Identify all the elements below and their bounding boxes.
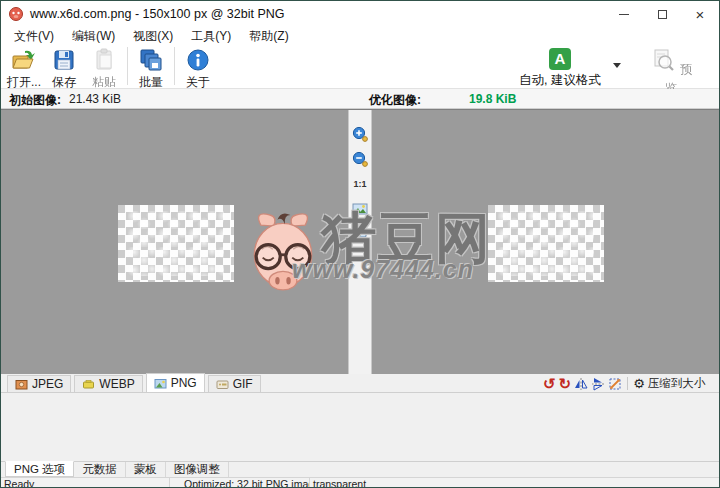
toolbar-separator (174, 47, 175, 85)
title-bar: www.x6d.com.png - 150x100 px @ 32bit PNG… (1, 1, 719, 27)
options-tab-bar: PNG 选项 元数据 蒙板 图像调整 (1, 461, 719, 477)
tab-metadata[interactable]: 元数据 (74, 462, 126, 477)
original-image-size: 21.43 KiB (69, 92, 121, 106)
about-button[interactable]: 关于 (178, 46, 218, 91)
save-floppy-icon (51, 47, 77, 73)
batch-button[interactable]: 批量 (131, 46, 171, 91)
status-transparency: transparent (309, 478, 719, 488)
jpeg-icon (15, 378, 28, 391)
tab-gif[interactable]: GIF (208, 375, 261, 392)
tab-mask[interactable]: 蒙板 (126, 462, 166, 477)
close-button[interactable]: × (681, 1, 719, 27)
menu-bar: 文件(V) 编辑(W) 视图(X) 工具(Y) 帮助(Z) (1, 27, 719, 45)
maximize-button[interactable] (643, 1, 681, 27)
optimized-image-canvas[interactable] (488, 205, 604, 282)
gear-icon: ⚙ (633, 377, 645, 390)
optimized-image-size: 19.8 KiB (469, 92, 516, 106)
zoom-out-icon (352, 151, 368, 167)
menu-help[interactable]: 帮助(Z) (240, 27, 297, 46)
toolbar-separator (127, 47, 128, 85)
minimize-button[interactable] (605, 1, 643, 27)
auto-dropdown-caret-icon[interactable] (613, 63, 621, 68)
fit-screen-button[interactable] (351, 225, 369, 243)
zoom-actual-size-button[interactable]: 1:1 (351, 175, 369, 193)
crop-icon[interactable] (608, 377, 622, 391)
minimize-icon (619, 14, 629, 15)
zoom-in-button[interactable] (351, 125, 369, 143)
maximize-icon (658, 10, 667, 19)
zoom-ratio-label: 1:1 (353, 179, 366, 189)
rotate-right-icon[interactable]: ↻ (559, 376, 572, 391)
window-title: www.x6d.com.png - 150x100 px @ 32bit PNG (30, 7, 284, 21)
preview-area: 1:1 (1, 109, 719, 374)
fit-screen-icon (352, 226, 368, 242)
tab-png-label: PNG (171, 376, 197, 390)
paste-button[interactable]: 粘贴 (84, 46, 124, 91)
zoom-out-button[interactable] (351, 150, 369, 168)
image-info-row: 初始图像: 21.43 KiB 优化图像: 19.8 KiB (1, 89, 719, 109)
status-ready: Ready (1, 478, 169, 488)
fit-image-icon (352, 201, 368, 217)
batch-icon (138, 47, 164, 73)
auto-format-label: 自动, 建议格式 (504, 72, 616, 89)
png-options-panel: 减少色彩: True Color 颜色减少为: < > 256 压缩: 中等（默… (1, 393, 719, 461)
tools-separator (627, 377, 628, 390)
tab-png-options[interactable]: PNG 选项 (5, 461, 74, 477)
webp-icon (82, 378, 95, 391)
paste-clipboard-icon (91, 47, 117, 73)
open-folder-icon (11, 47, 37, 73)
watermark-site-name: 猪豆网 (321, 202, 492, 276)
auto-badge-icon: A (549, 48, 571, 70)
tab-jpeg[interactable]: JPEG (7, 375, 71, 392)
status-optimized-info: Optimized: 32 bit PNG image (169, 478, 309, 488)
menu-view[interactable]: 视图(X) (124, 27, 182, 46)
menu-file[interactable]: 文件(V) (5, 27, 63, 46)
tab-image-adjust[interactable]: 图像调整 (166, 462, 229, 477)
zoom-in-icon (352, 126, 368, 142)
auto-format-button[interactable]: A 自动, 建议格式 (504, 48, 616, 89)
tab-webp[interactable]: WEBP (74, 375, 142, 392)
watermark-site-url: www.97444.cn (292, 255, 474, 284)
tab-png[interactable]: PNG (146, 373, 205, 392)
original-image-label: 初始图像: (9, 92, 61, 109)
rotate-left-icon[interactable]: ↺ (543, 376, 556, 391)
app-icon (8, 6, 24, 22)
optimized-image-label: 优化图像: (369, 92, 421, 109)
original-image-canvas[interactable] (118, 205, 234, 282)
png-icon (154, 377, 167, 390)
menu-tools[interactable]: 工具(Y) (182, 27, 240, 46)
tab-gif-label: GIF (233, 377, 253, 391)
compress-to-size-button[interactable]: 压缩到大小 (648, 376, 706, 391)
gif-icon (216, 378, 229, 391)
open-button[interactable]: 打开... (4, 46, 44, 91)
info-icon (185, 47, 211, 73)
menu-edit[interactable]: 编辑(W) (63, 27, 124, 46)
app-window: www.x6d.com.png - 150x100 px @ 32bit PNG… (0, 0, 720, 488)
flip-vertical-icon[interactable] (591, 377, 605, 391)
flip-horizontal-icon[interactable] (574, 377, 588, 391)
preview-magnifier-icon (650, 47, 676, 73)
zoom-toolbar: 1:1 (348, 110, 372, 374)
save-button[interactable]: 保存 (44, 46, 84, 91)
status-bar: Ready Optimized: 32 bit PNG image transp… (1, 477, 719, 488)
fit-image-button[interactable] (351, 200, 369, 218)
window-controls: × (605, 1, 719, 27)
image-edit-tools: ↺ ↻ ⚙ 压缩到大小 (543, 374, 705, 393)
tab-webp-label: WEBP (99, 377, 134, 391)
tab-jpeg-label: JPEG (32, 377, 63, 391)
pig-mascot-icon (246, 208, 320, 296)
format-tab-row: JPEG WEBP PNG (1, 374, 719, 393)
close-icon: × (696, 7, 705, 22)
